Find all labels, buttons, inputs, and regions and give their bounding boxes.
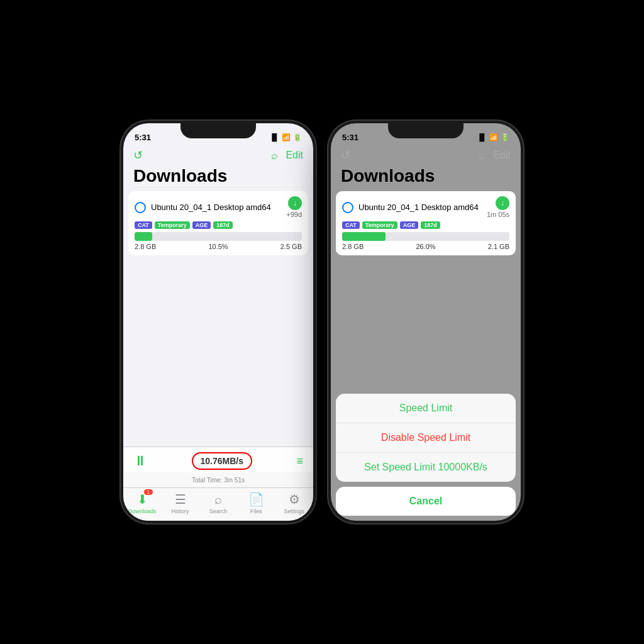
phone-2: 5:31 ▐▌ 📶 🔋 ↺ ⌕ Edit Downloads: [328, 121, 523, 523]
battery-icon-1: 🔋: [293, 133, 302, 142]
download-row1-2: Ubuntu 20_04_1 Desktop amd64 ↓ 1m 05s: [342, 196, 509, 218]
nav-bar-2: ↺ ⌕ Edit: [331, 146, 521, 165]
progress-remaining-1: 2.5 GB: [280, 243, 302, 250]
tag-cat-2: CAT: [342, 221, 360, 229]
download-name-area: Ubuntu 20_04_1 Desktop amd64: [135, 202, 271, 213]
download-right-1: ↓ +99d: [286, 196, 302, 218]
edit-button-2[interactable]: Edit: [493, 150, 511, 161]
edit-button-1[interactable]: Edit: [286, 150, 303, 161]
action-set-limit[interactable]: Set Speed Limit 10000KB/s: [336, 453, 516, 482]
download-item-1: Ubuntu 20_04_1 Desktop amd64 ↓ +99d CAT …: [128, 191, 308, 255]
notch-1: [180, 121, 256, 138]
bottom-toolbar-1: ⏸ 10.76MB/s ≡: [123, 447, 313, 472]
tag-age-val-1: 187d: [213, 221, 233, 229]
menu-button-1[interactable]: ≡: [296, 455, 303, 468]
download-circle-icon-1: [135, 202, 146, 213]
tag-temp-1: Temporary: [155, 221, 190, 229]
status-time-2: 5:31: [342, 133, 358, 142]
tab-settings[interactable]: ⚙ Settings: [277, 492, 311, 514]
wifi-icon-2: 📶: [489, 133, 498, 142]
download-row1: Ubuntu 20_04_1 Desktop amd64 ↓ +99d: [135, 196, 302, 218]
tab-downloads-icon: ⬇ 1: [137, 492, 148, 507]
tab-downloads-label: Downloads: [128, 508, 157, 514]
action-sheet: Speed Limit Disable Speed Limit Set Spee…: [336, 394, 516, 482]
phone-1-inner: 5:31 ▐▌ 📶 🔋 ↺ ⌕ Edit Downloads: [123, 123, 313, 521]
tag-age-1: AGE: [192, 221, 211, 229]
tab-search-label: Search: [209, 508, 228, 514]
progress-downloaded-2: 2.8 GB: [342, 243, 364, 250]
action-speed-limit[interactable]: Speed Limit: [336, 394, 516, 423]
refresh-icon-1[interactable]: ↺: [133, 148, 143, 162]
tags-row-2: CAT Temporary AGE 187d: [342, 221, 509, 229]
page-title-1: Downloads: [123, 165, 313, 191]
tab-bar-1: ⬇ 1 Downloads ☰ History ⌕ Search 📄 Files: [123, 487, 313, 521]
action-cancel-button[interactable]: Cancel: [336, 487, 516, 516]
tag-temp-2: Temporary: [362, 221, 397, 229]
notch-2: [388, 121, 464, 138]
progress-percent-1: 10.5%: [208, 243, 228, 250]
download-time-2: 1m 05s: [487, 211, 509, 218]
download-arrow-btn-1[interactable]: ↓: [288, 196, 302, 210]
tab-settings-icon: ⚙: [289, 492, 300, 507]
tag-cat-1: CAT: [135, 221, 152, 229]
nav-bar-1: ↺ ⌕ Edit: [123, 146, 313, 165]
action-disable-limit[interactable]: Disable Speed Limit: [336, 423, 516, 453]
main-content-1: [123, 255, 313, 447]
download-filename-2: Ubuntu 20_04_1 Desktop amd64: [358, 203, 479, 212]
progress-fill-2: [342, 232, 386, 241]
signal-icon-2: ▐▌: [477, 133, 487, 141]
tab-files-icon: 📄: [248, 492, 264, 507]
download-circle-icon-2: [342, 202, 353, 213]
download-name-area-2: Ubuntu 20_04_1 Desktop amd64: [342, 202, 479, 213]
download-arrow-btn-2[interactable]: ↓: [496, 196, 509, 210]
battery-icon-2: 🔋: [501, 133, 509, 142]
tab-downloads[interactable]: ⬇ 1 Downloads: [125, 492, 160, 514]
arrow-icon-1: ↓: [293, 199, 297, 208]
phone-2-inner: 5:31 ▐▌ 📶 🔋 ↺ ⌕ Edit Downloads: [331, 123, 521, 521]
status-icons-2: ▐▌ 📶 🔋: [477, 133, 509, 142]
tags-row-1: CAT Temporary AGE 187d: [135, 221, 302, 229]
progress-fill-1: [135, 232, 152, 241]
status-icons-1: ▐▌ 📶 🔋: [269, 133, 302, 142]
progress-downloaded-1: 2.8 GB: [135, 243, 156, 250]
speed-display-1: 10.76MB/s: [192, 452, 252, 470]
refresh-icon-2[interactable]: ↺: [341, 148, 350, 162]
tag-age-val-2: 187d: [421, 221, 440, 229]
phone-1: 5:31 ▐▌ 📶 🔋 ↺ ⌕ Edit Downloads: [121, 121, 316, 523]
tab-history[interactable]: ☰ History: [163, 492, 197, 514]
progress-stats-1: 2.8 GB 10.5% 2.5 GB: [135, 243, 302, 250]
status-time-1: 5:31: [135, 133, 151, 142]
search-icon-1[interactable]: ⌕: [271, 149, 278, 162]
tab-settings-label: Settings: [284, 508, 304, 514]
tag-age-2: AGE: [400, 221, 419, 229]
arrow-icon-2: ↓: [501, 199, 504, 208]
download-time-1: +99d: [286, 211, 302, 218]
download-right-2: ↓ 1m 05s: [487, 196, 509, 218]
action-sheet-overlay: Speed Limit Disable Speed Limit Set Spee…: [331, 394, 521, 521]
progress-bar-2: [342, 232, 509, 241]
tab-downloads-badge: 1: [144, 489, 153, 495]
download-item-2: Ubuntu 20_04_1 Desktop amd64 ↓ 1m 05s CA…: [336, 191, 516, 255]
tab-search[interactable]: ⌕ Search: [201, 492, 235, 514]
wifi-icon-1: 📶: [282, 133, 291, 142]
toolbar-wrap-1: ⏸ 10.76MB/s ≡ Total Time: 3m 51s: [123, 447, 313, 487]
page-title-2: Downloads: [331, 165, 521, 191]
phones-container: 5:31 ▐▌ 📶 🔋 ↺ ⌕ Edit Downloads: [121, 121, 523, 523]
progress-remaining-2: 2.1 GB: [488, 243, 509, 250]
tab-files-label: Files: [250, 508, 262, 514]
progress-stats-2: 2.8 GB 26.0% 2.1 GB: [342, 243, 509, 250]
tab-history-label: History: [172, 508, 189, 514]
tab-files[interactable]: 📄 Files: [239, 492, 274, 514]
search-icon-2[interactable]: ⌕: [479, 149, 486, 162]
download-filename-1: Ubuntu 20_04_1 Desktop amd64: [151, 203, 271, 212]
signal-icon-1: ▐▌: [269, 133, 279, 141]
progress-bar-1: [135, 232, 302, 241]
tab-search-icon: ⌕: [214, 492, 222, 507]
toolbar-time-1: Total Time: 3m 51s: [192, 477, 245, 485]
pause-button-1[interactable]: ⏸: [133, 453, 147, 469]
progress-percent-2: 26.0%: [416, 243, 435, 250]
tab-history-icon: ☰: [175, 492, 186, 507]
